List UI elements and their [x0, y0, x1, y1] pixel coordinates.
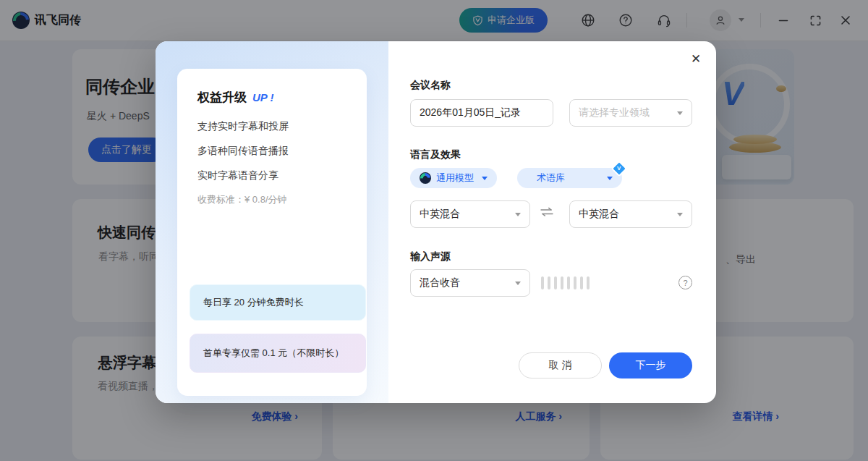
language-section-label: 语言及效果	[410, 148, 461, 161]
target-language-value: 中英混合	[579, 208, 619, 221]
app-window: 讯飞同传 申请企业版	[0, 0, 868, 461]
next-step-button[interactable]: 下一步	[609, 352, 692, 378]
audio-source-select[interactable]: 混合收音	[410, 269, 530, 297]
benefits-card: 权益升级UP ! 支持实时字幕和投屏 多语种同传语音播报 实时字幕语音分享 收费…	[177, 69, 367, 396]
model-logo-icon	[420, 172, 431, 184]
audio-source-label: 输入声源	[410, 250, 451, 263]
daily-free-promo: 每日享 20 分钟免费时长	[190, 284, 366, 321]
benefits-title-text: 权益升级	[197, 90, 247, 104]
create-meeting-dialog: 权益升级UP ! 支持实时字幕和投屏 多语种同传语音播报 实时字幕语音分享 收费…	[156, 41, 716, 403]
up-badge: UP !	[252, 91, 273, 103]
target-language-select[interactable]: 中英混合	[569, 200, 692, 228]
chevron-down-icon	[677, 213, 683, 216]
dialog-close-button[interactable]: ✕	[687, 50, 705, 67]
vip-badge-icon: V	[611, 161, 628, 177]
chevron-down-icon	[515, 282, 521, 285]
feature-item: 多语种同传语音播报	[197, 138, 289, 163]
domain-select[interactable]: 请选择专业领域	[569, 99, 692, 127]
chevron-down-icon	[607, 177, 613, 180]
first-order-promo: 首单专享仅需 0.1 元（不限时长）	[190, 334, 366, 373]
meeting-name-label: 会议名称	[410, 79, 451, 92]
chevron-down-icon	[677, 111, 683, 115]
audio-level-meter	[541, 276, 590, 289]
model-pill[interactable]: 通用模型	[410, 168, 497, 188]
feature-item: 实时字幕语音分享	[197, 163, 289, 187]
audio-help-icon[interactable]: ?	[678, 276, 692, 289]
chevron-down-icon	[515, 213, 521, 216]
swap-languages-icon[interactable]	[539, 206, 555, 218]
meeting-name-input[interactable]	[410, 99, 553, 127]
audio-source-value: 混合收音	[420, 276, 460, 289]
glossary-pill-label: 术语库	[537, 172, 565, 185]
source-language-select[interactable]: 中英混合	[410, 200, 530, 228]
domain-select-placeholder: 请选择专业领域	[579, 106, 650, 119]
cancel-button[interactable]: 取 消	[519, 352, 602, 378]
glossary-pill[interactable]: 术语库 V	[517, 168, 622, 188]
pricing-note: 收费标准：¥ 0.8/分钟	[197, 193, 287, 206]
benefits-panel: 权益升级UP ! 支持实时字幕和投屏 多语种同传语音播报 实时字幕语音分享 收费…	[156, 41, 388, 403]
source-language-value: 中英混合	[420, 208, 460, 221]
model-pill-label: 通用模型	[436, 172, 474, 185]
benefits-feature-list: 支持实时字幕和投屏 多语种同传语音播报 实时字幕语音分享	[197, 114, 289, 187]
benefits-title: 权益升级UP !	[197, 89, 273, 106]
feature-item: 支持实时字幕和投屏	[197, 114, 289, 138]
chevron-down-icon	[482, 177, 488, 180]
